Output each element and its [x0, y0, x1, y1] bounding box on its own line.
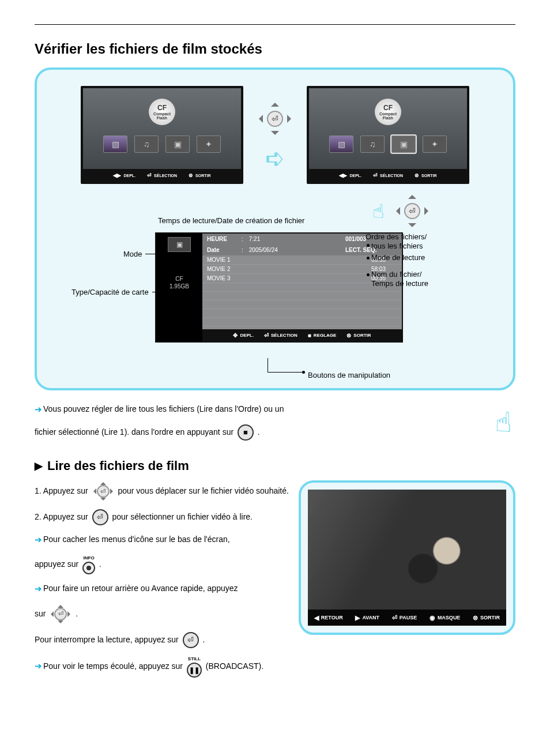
move-icon: ✥ — [233, 332, 238, 338]
video-still-image — [308, 490, 506, 626]
label-order1: Ordre des fichiers/ — [366, 232, 427, 241]
cf-label: CF — [157, 104, 167, 112]
footer-sortir: SORTIR — [195, 174, 210, 178]
move-icon: ◀▶ — [113, 172, 121, 178]
triangle-icon: ▶ — [35, 460, 43, 472]
leader-dot — [302, 371, 305, 374]
top-rule — [35, 24, 515, 25]
nav-pad-icon: ⏎ — [255, 99, 295, 139]
step-5: Pour interrompre la lecture, appuyez sur… — [35, 632, 289, 648]
label-filename2: Temps de lecture — [371, 279, 428, 288]
file-name: MOVIE 3 — [207, 275, 299, 281]
label-buttons: Boutons de manipulation — [308, 371, 390, 379]
info-label: INFO — [84, 554, 95, 562]
label-mode: Mode — [123, 250, 142, 258]
video-panel: ◀RETOUR ▶AVANT ⏎PAUSE ◉MASQUE ⊗SORTIR — [299, 480, 515, 635]
music-icon: ♫ — [134, 136, 159, 153]
enter-icon: ⏎ — [373, 172, 378, 178]
s2b: pour sélectionner un fichier vidéo à lir… — [112, 512, 253, 521]
leader-dot — [367, 244, 370, 247]
leader-line — [268, 372, 304, 373]
cf-sub2: Flash — [383, 116, 393, 120]
label-filename1: Nom du fichier/ — [371, 270, 421, 279]
tv-screen-left: CF Compact Flash ▧ ♫ ▣ ✦ ◀▶DEPL. ⏎SÉLECT… — [81, 86, 243, 184]
subtitle-text: Lire des fichiers de film — [47, 458, 189, 473]
para1b: fichier sélectionné (Lire 1). dans l'ord… — [35, 427, 233, 436]
cf-label: CF — [383, 104, 393, 112]
cf-sub1: Compact — [379, 112, 397, 116]
photo-icon: ▧ — [103, 136, 127, 153]
exit-icon: ⊗ — [346, 332, 351, 338]
photo-icon: ▧ — [329, 136, 353, 153]
footer-sortir: SORTIR — [421, 174, 436, 178]
paragraph: ➔Vous pouvez régler de lire tous les fic… — [35, 403, 468, 416]
para1a: Vous pouvez régler de lire tous les fich… — [43, 404, 284, 413]
vb-masque: MASQUE — [438, 615, 461, 620]
tv-footer: ◀▶DEPL. ⏎SÉLECTION ⊗SORTIR — [309, 169, 467, 182]
tv-footer: ◀▶DEPL. ⏎SÉLECTION ⊗SORTIR — [83, 169, 241, 182]
move-icon: ◀▶ — [339, 172, 347, 178]
exit-icon: ⊗ — [189, 172, 193, 178]
browser-footer: ✥DEPL. ⏎SÉLECTION ■REGLAGE ⊗SORTIR — [202, 329, 402, 341]
label-card: Type/Capacité de carte — [71, 288, 149, 296]
enter-button-icon: ⏎ — [183, 632, 199, 648]
step-2: 2. Appuyez sur ⏎ pour sélectionner un fi… — [35, 509, 289, 525]
movie-icon-selected: ▣ — [391, 136, 416, 153]
enter-button-icon: ⏎ — [92, 509, 108, 525]
date-label: Date — [207, 247, 236, 253]
foot-selection: SÉLECTION — [271, 333, 297, 338]
vb-avant: AVANT — [362, 615, 379, 620]
file-browser: ▣ CF 1.95GB HEURE : 7:21 001/003 Date — [155, 232, 403, 343]
forward-icon: ▶ — [355, 614, 360, 622]
file-name: MOVIE 1 — [207, 257, 299, 263]
s1b: pour vous déplacer sur le fichier vidéo … — [118, 486, 289, 495]
nav-pad-icon: ⏎ — [392, 191, 432, 231]
pause-glyph: ❚❚ — [187, 663, 202, 678]
video-control-bar: ◀RETOUR ▶AVANT ⏎PAUSE ◉MASQUE ⊗SORTIR — [308, 610, 506, 626]
info-icon: ◉ — [430, 614, 435, 622]
s2a: 2. Appuyez sur — [35, 512, 88, 521]
mode-icon: ▣ — [168, 237, 191, 252]
s3b: appuyez sur — [35, 559, 78, 568]
cf-sub1: Compact — [153, 112, 171, 116]
card-capacity: 1.95GB — [169, 283, 189, 290]
step-3b: appuyez sur INFO . — [35, 554, 289, 575]
step-4b: sur ⏎ . — [35, 603, 289, 625]
leader-line — [152, 292, 169, 292]
foot-sortir: SORTIR — [353, 333, 371, 338]
footer-depl: DEPL. — [123, 174, 135, 178]
footer-depl: DEPL. — [349, 174, 361, 178]
footer-selection: SÉLECTION — [154, 174, 177, 178]
arrow-bullet-icon: ➔ — [35, 584, 42, 593]
video-frame: ◀RETOUR ▶AVANT ⏎PAUSE ◉MASQUE ⊗SORTIR — [308, 490, 506, 626]
leader-line — [268, 358, 268, 372]
s4b: sur — [35, 608, 46, 618]
still-button-icon: STILL ❚❚ — [187, 655, 202, 678]
back-icon: ◀ — [314, 614, 319, 622]
enter-icon: ⏎ — [147, 172, 152, 178]
info-button-icon: INFO — [82, 554, 95, 575]
label-order2: tous les fichiers — [371, 242, 423, 250]
s5: Pour interrompre la lecture, appuyez sur — [35, 634, 179, 644]
paragraph: fichier sélectionné (Lire 1). dans l'ord… — [35, 424, 468, 441]
vb-pause: PAUSE — [400, 615, 417, 620]
date-value: 2005/06/24 — [249, 247, 340, 253]
stop-button-icon: ■ — [238, 424, 254, 441]
still-label: STILL — [188, 655, 201, 663]
hand-down-icon: ☞ — [367, 202, 390, 220]
s1a: 1. Appuyez sur — [35, 486, 88, 495]
tv-screen-right: CF Compact Flash ▧ ♫ ▣ ✦ ◀▶DEPL. ⏎SÉLECT… — [307, 86, 469, 184]
arrow-bullet-icon: ➔ — [35, 661, 42, 671]
step-3: ➔Pour cacher les menus d'icône sur le ba… — [35, 532, 289, 547]
section-title: ▶ Lire des fichiers de film — [35, 458, 515, 473]
foot-depl: DEPL. — [240, 333, 254, 338]
arrow-right-icon: ➪ — [265, 142, 285, 174]
cf-sub2: Flash — [157, 116, 167, 120]
foot-reglage: REGLAGE — [314, 333, 337, 338]
leader-dot — [367, 257, 370, 259]
card-type: CF — [169, 275, 189, 283]
arrow-bullet-icon: ➔ — [35, 535, 42, 544]
nav-pad-icon: ⏎ — [92, 480, 115, 502]
page-title: Vérifier les fichiers de film stockés — [35, 41, 515, 57]
vb-sortir: SORTIR — [480, 615, 500, 620]
